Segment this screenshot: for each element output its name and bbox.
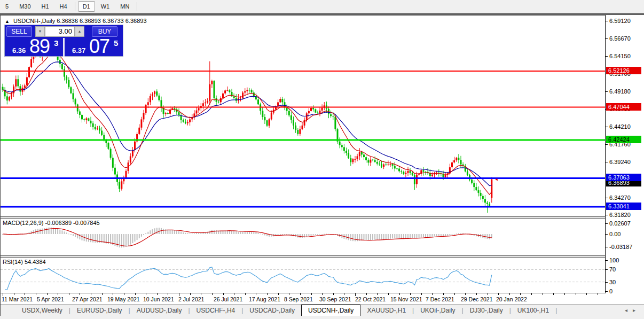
- macd-tick-label: 0.02607: [609, 220, 631, 227]
- chart-tab-bar: USDX,Weekly|EURUSD-,Daily|AUDUSD-,Daily|…: [1, 304, 644, 316]
- date-tick: [432, 293, 433, 295]
- date-tick: [47, 293, 48, 295]
- date-label: 19 May 2021: [107, 296, 140, 302]
- rsi-label: RSI(14) 54.4384: [3, 259, 46, 265]
- axis-tick: [606, 127, 608, 127]
- axis-tick: [606, 260, 608, 261]
- rsi-pane[interactable]: RSI(14) 54.4384: [1, 258, 605, 293]
- date-tick: [553, 293, 554, 295]
- status-strip: [1, 316, 644, 319]
- chart-tab-usdchf-h4[interactable]: USDCHF-,H4: [190, 305, 242, 316]
- buy-price[interactable]: 6.37 07 5: [65, 38, 123, 57]
- date-tick: [102, 293, 103, 295]
- level-price-label: 6.47044: [606, 103, 641, 111]
- ma-slow-line: [3, 62, 492, 186]
- price-tick-label: 6.44210: [609, 123, 631, 130]
- chart-symbol-period: USDCNH-,Daily: [13, 18, 55, 24]
- date-tick: [179, 293, 179, 296]
- timeframe-button-h4[interactable]: H4: [55, 1, 72, 12]
- price-tick-label: 6.31820: [609, 212, 631, 218]
- date-tick: [399, 293, 400, 295]
- date-tick: [333, 293, 334, 295]
- date-tick: [157, 293, 158, 295]
- chart-ohlc-values: 6.36836 6.36893 6.36733 6.36893: [57, 18, 146, 24]
- date-tick: [476, 293, 477, 295]
- tab-scroll-left-icon[interactable]: ◂: [625, 307, 627, 313]
- date-label: 7 Dec 2021: [426, 296, 454, 302]
- chart-window: ▲ USDCNH-,Daily 6.36836 6.36893 6.36733 …: [0, 15, 644, 316]
- date-tick: [278, 293, 279, 295]
- chart-title: ▲ USDCNH-,Daily 6.36836 6.36893 6.36733 …: [5, 18, 147, 24]
- chart-tab-usdcnh-daily[interactable]: USDCNH-,Daily: [301, 305, 360, 316]
- date-tick: [454, 293, 455, 295]
- date-axis: 11 Mar 20215 Apr 202127 Apr 202119 May 2…: [1, 293, 644, 304]
- rsi-tick-label: 30: [609, 279, 616, 285]
- date-tick: [124, 293, 124, 295]
- date-tick: [190, 293, 191, 295]
- ma-fast-line: [3, 53, 492, 194]
- chart-tab-ukoil-daily[interactable]: UKOil-,Daily: [414, 305, 461, 316]
- rsi-line: [5, 267, 492, 290]
- rsi-tick-label: 100: [609, 257, 619, 263]
- date-label: 26 Jul 2021: [214, 296, 242, 302]
- timeframe-button-h1[interactable]: H1: [37, 1, 54, 12]
- axis-tick: [606, 162, 608, 162]
- level-price-label: 6.42424: [606, 136, 641, 143]
- price-marker-icon: [495, 179, 498, 181]
- sell-button[interactable]: SELL: [6, 26, 32, 37]
- buy-price-fraction: 5: [114, 38, 118, 48]
- macd-pane[interactable]: MACD(12,26,9) -0.006389 -0.007845: [1, 219, 605, 255]
- candles: [2, 33, 493, 213]
- macd-signal-line: [3, 229, 492, 246]
- tab-scroll-right-icon[interactable]: ▸: [633, 307, 635, 313]
- axis-tick: [606, 215, 608, 215]
- date-tick: [212, 293, 213, 295]
- axis-tick: [606, 247, 608, 247]
- axis-tick: [606, 223, 608, 224]
- level-price-label: 6.52126: [606, 67, 641, 74]
- date-tick: [322, 293, 323, 295]
- date-tick: [410, 293, 411, 295]
- chart-tab-xauusd-h1[interactable]: XAUUSD-,H1: [360, 305, 412, 316]
- date-tick: [498, 293, 499, 295]
- timeframe-button-m30[interactable]: M30: [14, 1, 35, 12]
- one-click-trade-panel: SELL ▼ 3.00 ▲ BUY 6.36 89 3 6.37 07: [4, 25, 123, 57]
- date-tick: [586, 293, 587, 295]
- date-label: 22 Oct 2021: [355, 296, 386, 302]
- chart-tab-eurusd-daily[interactable]: EURUSD-,Daily: [70, 305, 129, 316]
- date-tick: [598, 293, 598, 295]
- date-tick: [267, 293, 268, 295]
- sell-price[interactable]: 6.36 89 3: [5, 38, 63, 57]
- bid-ask-display: 6.36 89 3 6.37 07 5: [5, 38, 123, 57]
- chart-tab-audusd-daily[interactable]: AUDUSD-,Daily: [130, 305, 189, 316]
- timeframe-button-w1[interactable]: W1: [96, 1, 115, 12]
- timeframe-button-mn[interactable]: MN: [115, 1, 134, 12]
- axis-tick: [606, 56, 608, 57]
- price-pane[interactable]: ▲ USDCNH-,Daily 6.36836 6.36893 6.36733 …: [1, 15, 605, 216]
- date-tick: [509, 293, 510, 295]
- collapse-arrow-icon[interactable]: ▲: [5, 19, 10, 24]
- date-tick: [388, 293, 389, 295]
- date-tick: [421, 293, 422, 295]
- tab-separator: |: [555, 305, 557, 316]
- date-label: 30 Sep 2021: [319, 296, 351, 302]
- chart-tab-dj30-daily[interactable]: DJ30-,Daily: [464, 305, 509, 316]
- date-label: 15 Nov 2021: [390, 296, 422, 302]
- timeframe-button-5[interactable]: 5: [1, 1, 13, 12]
- date-tick: [543, 293, 543, 295]
- price-axis: 6.591206.566706.541506.517006.491806.467…: [605, 15, 644, 294]
- date-tick: [25, 293, 25, 295]
- date-tick: [366, 293, 367, 295]
- chart-tab-uk100-h1[interactable]: UK100-,H1: [511, 305, 555, 316]
- macd-tick-label: -0.03187: [609, 244, 632, 250]
- chart-tab-usdcad-daily[interactable]: USDCAD-,Daily: [243, 305, 301, 316]
- volume-increase-button[interactable]: ▲: [75, 26, 84, 37]
- date-tick: [300, 293, 301, 295]
- date-tick: [256, 293, 256, 295]
- price-tick-label: 6.39240: [609, 159, 631, 165]
- timeframe-button-d1[interactable]: D1: [78, 1, 95, 12]
- date-label: 11 Mar 2021: [2, 296, 33, 302]
- axis-tick: [606, 91, 608, 92]
- chart-tab-usdx-weekly[interactable]: USDX,Weekly: [15, 305, 69, 316]
- date-tick: [564, 293, 565, 295]
